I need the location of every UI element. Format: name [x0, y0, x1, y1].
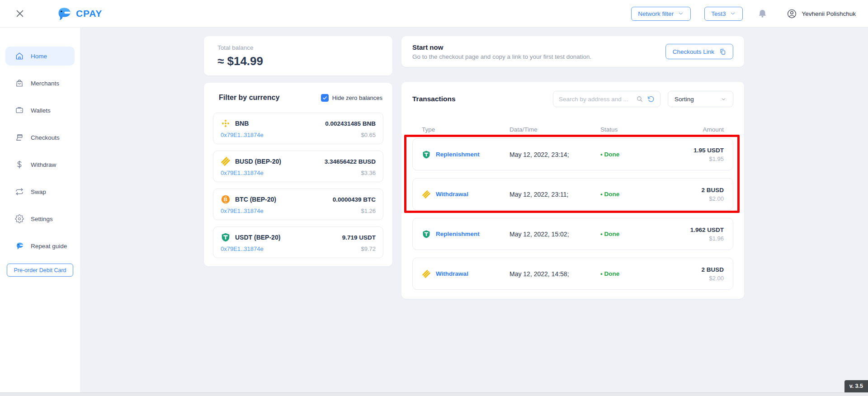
merchants-bag-icon	[15, 79, 24, 88]
sidebar-item-swap[interactable]: Swap	[5, 182, 75, 201]
status-badge: Done	[600, 191, 701, 198]
currency-usd-value: $1.26	[361, 207, 376, 214]
currency-amount: 0.002431485 BNB	[325, 120, 376, 127]
busd-icon	[422, 269, 431, 278]
notifications-bell-icon[interactable]	[757, 9, 768, 19]
transaction-usd: $1.95	[693, 156, 724, 162]
filter-title: Filter by currency	[219, 94, 279, 102]
busd-icon	[422, 190, 431, 199]
sidebar-item-settings[interactable]: Settings	[5, 209, 75, 228]
network-filter-button[interactable]: Network filter	[631, 7, 691, 21]
transaction-datetime: May 12, 2022, 23:11;	[509, 191, 600, 198]
status-badge: Done	[600, 270, 701, 277]
sidebar: Home Merchants Wallets	[0, 28, 80, 392]
sidebar-item-wallets[interactable]: Wallets	[5, 101, 75, 120]
transaction-usd: $2.00	[701, 195, 724, 202]
wallet-address-link[interactable]: 0x79E1..31874e	[221, 207, 264, 214]
topbar: CPAY Network filter Test3	[0, 0, 868, 28]
bottom-scrollbar-track[interactable]	[0, 392, 868, 396]
currency-usd-value: $9.72	[361, 245, 376, 252]
user-menu[interactable]: Yevhenii Polishchuk	[787, 9, 856, 19]
currency-amount: 3.34656422 BUSD	[325, 158, 376, 165]
sidebar-item-merchants[interactable]: Merchants	[5, 74, 75, 93]
sidebar-item-label: Checkouts	[31, 134, 60, 141]
transaction-row: Replenishment May 12, 2022, 15:02; Done …	[412, 218, 733, 250]
sidebar-item-label: Home	[31, 53, 47, 60]
filter-by-currency-card: Filter by currency Hide zero balances	[204, 83, 392, 266]
transaction-type-link[interactable]: Withdrawal	[436, 191, 468, 198]
copy-icon	[719, 48, 726, 55]
sorting-dropdown[interactable]: Sorting	[668, 91, 733, 107]
currency-amount: 0.0000439 BTC	[333, 196, 376, 203]
transactions-card: Transactions	[401, 82, 744, 299]
currency-usd-value: $3.36	[361, 170, 376, 176]
column-amount: Amount	[703, 126, 724, 133]
version-badge: v. 3.5	[844, 380, 868, 392]
currency-usd-value: $0.65	[361, 132, 376, 138]
sidebar-item-label: Repeat guide	[31, 243, 67, 250]
transaction-amount: 1.962 USDT	[690, 226, 724, 233]
refresh-icon[interactable]	[647, 95, 655, 103]
currency-amount: 9.719 USDT	[342, 234, 376, 241]
sidebar-item-repeat-guide[interactable]: Repeat guide	[5, 236, 75, 255]
transaction-type-link[interactable]: Replenishment	[436, 151, 480, 158]
total-balance-value: ≈ $14.99	[217, 54, 379, 68]
wallet-address-link[interactable]: 0x79E1..31874e	[221, 132, 264, 138]
start-now-title: Start now	[412, 43, 591, 51]
currency-name: USDT (BEP-20)	[235, 234, 280, 241]
column-datatime: Data/Time	[509, 126, 600, 133]
sidebar-item-home[interactable]: Home	[5, 47, 75, 66]
avatar	[787, 9, 797, 19]
transactions-search	[553, 91, 660, 107]
account-selector-button[interactable]: Test3	[704, 7, 743, 21]
home-icon	[15, 52, 24, 61]
transaction-row: Withdrawal May 12, 2022, 14:58; Done 2 B…	[412, 258, 733, 290]
wallet-icon	[15, 106, 24, 115]
hide-zero-checkbox[interactable]	[321, 94, 329, 102]
sidebar-item-label: Swap	[31, 189, 46, 195]
checkouts-link-button[interactable]: Checkouts Link	[665, 44, 733, 59]
sidebar-item-label: Settings	[31, 216, 53, 222]
transaction-amount: 2 BUSD	[701, 266, 724, 273]
usdt-icon	[422, 150, 431, 159]
chevron-down-icon	[730, 10, 736, 17]
transaction-usd: $2.00	[701, 275, 724, 282]
hide-zero-label: Hide zero balances	[332, 94, 382, 101]
sidebar-item-withdraw[interactable]: Withdraw	[5, 155, 75, 174]
chevron-down-icon	[678, 10, 684, 17]
transactions-table-header: Type Data/Time Status Amount	[412, 126, 733, 133]
currency-item-usdt[interactable]: USDT (BEP-20) 9.719 USDT 0x79E1..31874e …	[213, 226, 383, 258]
search-input[interactable]	[559, 96, 632, 103]
check-icon	[322, 95, 327, 100]
transaction-type-link[interactable]: Withdrawal	[436, 270, 468, 277]
transaction-amount: 2 BUSD	[701, 187, 724, 193]
cpay-logo[interactable]: CPAY	[55, 6, 102, 21]
currency-name: BUSD (BEP-20)	[235, 158, 281, 165]
transaction-usd: $1.96	[690, 235, 724, 242]
currency-item-busd[interactable]: BUSD (BEP-20) 3.34656422 BUSD 0x79E1..31…	[213, 151, 383, 182]
dollar-icon	[15, 160, 24, 169]
column-status: Status	[600, 126, 703, 133]
preorder-debit-card-button[interactable]: Pre-order Debit Card	[7, 264, 73, 277]
status-badge: Done	[600, 231, 690, 237]
usdt-icon	[422, 230, 431, 239]
search-icon[interactable]	[636, 95, 643, 103]
brand-text: CPAY	[76, 8, 102, 19]
cpay-dashboard: CPAY Network filter Test3	[0, 0, 868, 396]
start-now-subtitle: Go to the checkout page and copy a link …	[412, 53, 591, 60]
close-icon[interactable]	[14, 8, 25, 19]
column-type: Type	[422, 126, 509, 133]
swap-arrows-icon	[15, 187, 24, 196]
sidebar-item-checkouts[interactable]: Checkouts	[5, 128, 75, 147]
wallet-address-link[interactable]: 0x79E1..31874e	[221, 170, 264, 176]
hide-zero-balances-toggle[interactable]: Hide zero balances	[321, 94, 382, 102]
transaction-datetime: May 12, 2022, 15:02;	[509, 231, 600, 238]
currency-item-bnb[interactable]: BNB 0.002431485 BNB 0x79E1..31874e $0.65	[213, 113, 383, 144]
svg-text:B: B	[224, 197, 227, 202]
currency-item-btc[interactable]: B BTC (BEP-20) 0.0000439 BTC	[213, 189, 383, 220]
wallet-address-link[interactable]: 0x79E1..31874e	[221, 245, 264, 252]
transaction-type-link[interactable]: Replenishment	[436, 231, 480, 237]
currency-name: BNB	[235, 120, 249, 127]
transactions-title: Transactions	[412, 95, 456, 103]
total-balance-card: Total balance ≈ $14.99	[204, 36, 392, 75]
